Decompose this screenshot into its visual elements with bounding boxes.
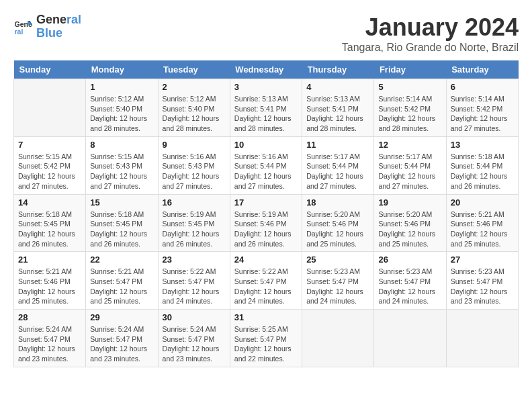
day-number: 2 (163, 82, 226, 92)
day-number: 17 (234, 197, 298, 208)
day-info: Sunrise: 5:16 AM Sunset: 5:43 PM Dayligh… (163, 152, 226, 191)
calendar-week-row: 1Sunrise: 5:12 AM Sunset: 5:40 PM Daylig… (14, 79, 519, 137)
day-info: Sunrise: 5:21 AM Sunset: 5:47 PM Dayligh… (90, 267, 153, 306)
svg-text:ral: ral (15, 27, 24, 35)
day-info: Sunrise: 5:23 AM Sunset: 5:47 PM Dayligh… (306, 267, 369, 306)
calendar-cell: 11Sunrise: 5:17 AM Sunset: 5:44 PM Dayli… (302, 136, 374, 194)
day-info: Sunrise: 5:20 AM Sunset: 5:46 PM Dayligh… (378, 210, 441, 249)
calendar-table: SundayMondayTuesdayWednesdayThursdayFrid… (13, 60, 519, 367)
calendar-cell: 20Sunrise: 5:21 AM Sunset: 5:46 PM Dayli… (446, 194, 518, 252)
calendar-cell: 27Sunrise: 5:23 AM Sunset: 5:47 PM Dayli… (446, 252, 518, 310)
day-info: Sunrise: 5:23 AM Sunset: 5:47 PM Dayligh… (451, 267, 514, 306)
day-number: 3 (234, 82, 298, 92)
calendar-cell: 8Sunrise: 5:15 AM Sunset: 5:43 PM Daylig… (86, 136, 158, 194)
day-info: Sunrise: 5:19 AM Sunset: 5:46 PM Dayligh… (234, 210, 298, 249)
day-info: Sunrise: 5:25 AM Sunset: 5:47 PM Dayligh… (234, 324, 298, 364)
calendar-cell: 3Sunrise: 5:13 AM Sunset: 5:41 PM Daylig… (230, 79, 302, 137)
day-info: Sunrise: 5:21 AM Sunset: 5:46 PM Dayligh… (18, 267, 81, 306)
day-number: 21 (18, 255, 81, 265)
calendar-week-row: 14Sunrise: 5:18 AM Sunset: 5:45 PM Dayli… (14, 194, 519, 252)
day-number: 25 (306, 255, 369, 265)
calendar-cell (374, 310, 446, 367)
calendar-cell: 26Sunrise: 5:23 AM Sunset: 5:47 PM Dayli… (374, 252, 446, 310)
calendar-cell: 15Sunrise: 5:18 AM Sunset: 5:45 PM Dayli… (86, 194, 158, 252)
calendar-cell (302, 310, 374, 367)
day-info: Sunrise: 5:16 AM Sunset: 5:44 PM Dayligh… (234, 152, 298, 191)
header-day: Wednesday (230, 60, 302, 79)
month-title: January 2024 (342, 13, 519, 42)
day-info: Sunrise: 5:17 AM Sunset: 5:44 PM Dayligh… (306, 152, 369, 191)
day-number: 18 (306, 197, 369, 208)
day-info: Sunrise: 5:18 AM Sunset: 5:45 PM Dayligh… (18, 210, 81, 249)
day-number: 22 (90, 255, 153, 265)
day-number: 16 (163, 197, 226, 208)
calendar-cell: 14Sunrise: 5:18 AM Sunset: 5:45 PM Dayli… (14, 194, 86, 252)
day-info: Sunrise: 5:18 AM Sunset: 5:45 PM Dayligh… (90, 210, 153, 249)
calendar-cell (14, 79, 86, 137)
calendar-cell: 29Sunrise: 5:24 AM Sunset: 5:47 PM Dayli… (86, 310, 158, 367)
header-day: Tuesday (158, 60, 230, 79)
header-row: SundayMondayTuesdayWednesdayThursdayFrid… (14, 60, 519, 79)
day-number: 23 (163, 255, 226, 265)
calendar-cell: 30Sunrise: 5:24 AM Sunset: 5:47 PM Dayli… (158, 310, 230, 367)
calendar-cell: 19Sunrise: 5:20 AM Sunset: 5:46 PM Dayli… (374, 194, 446, 252)
calendar-cell: 2Sunrise: 5:12 AM Sunset: 5:40 PM Daylig… (158, 79, 230, 137)
calendar-cell: 5Sunrise: 5:14 AM Sunset: 5:42 PM Daylig… (374, 79, 446, 137)
calendar-cell: 10Sunrise: 5:16 AM Sunset: 5:44 PM Dayli… (230, 136, 302, 194)
calendar-cell: 17Sunrise: 5:19 AM Sunset: 5:46 PM Dayli… (230, 194, 302, 252)
logo-icon: Gene ral (13, 17, 34, 37)
day-info: Sunrise: 5:22 AM Sunset: 5:47 PM Dayligh… (234, 267, 298, 306)
day-number: 1 (90, 82, 153, 92)
day-info: Sunrise: 5:18 AM Sunset: 5:44 PM Dayligh… (451, 152, 514, 191)
calendar-cell: 21Sunrise: 5:21 AM Sunset: 5:46 PM Dayli… (14, 252, 86, 310)
day-number: 12 (378, 140, 441, 150)
day-info: Sunrise: 5:24 AM Sunset: 5:47 PM Dayligh… (18, 324, 81, 364)
day-info: Sunrise: 5:22 AM Sunset: 5:47 PM Dayligh… (163, 267, 226, 306)
calendar-cell: 23Sunrise: 5:22 AM Sunset: 5:47 PM Dayli… (158, 252, 230, 310)
day-info: Sunrise: 5:13 AM Sunset: 5:41 PM Dayligh… (306, 94, 369, 134)
calendar-cell: 22Sunrise: 5:21 AM Sunset: 5:47 PM Dayli… (86, 252, 158, 310)
calendar-header: SundayMondayTuesdayWednesdayThursdayFrid… (14, 60, 519, 79)
day-info: Sunrise: 5:23 AM Sunset: 5:47 PM Dayligh… (378, 267, 441, 306)
logo-text: GeneralBlue (36, 13, 81, 40)
logo: Gene ral GeneralBlue (13, 13, 81, 40)
calendar-cell: 18Sunrise: 5:20 AM Sunset: 5:46 PM Dayli… (302, 194, 374, 252)
day-number: 28 (18, 312, 81, 322)
day-number: 8 (90, 140, 153, 150)
day-number: 4 (306, 82, 369, 92)
subtitle: Tangara, Rio Grande do Norte, Brazil (342, 42, 519, 54)
day-info: Sunrise: 5:21 AM Sunset: 5:46 PM Dayligh… (451, 210, 514, 249)
calendar-cell: 25Sunrise: 5:23 AM Sunset: 5:47 PM Dayli… (302, 252, 374, 310)
title-block: January 2024 Tangara, Rio Grande do Nort… (342, 13, 519, 54)
day-info: Sunrise: 5:20 AM Sunset: 5:46 PM Dayligh… (306, 210, 369, 249)
header-day: Thursday (302, 60, 374, 79)
day-number: 5 (378, 82, 441, 92)
day-info: Sunrise: 5:12 AM Sunset: 5:40 PM Dayligh… (163, 94, 226, 134)
calendar-cell: 6Sunrise: 5:14 AM Sunset: 5:42 PM Daylig… (446, 79, 518, 137)
header-day: Saturday (446, 60, 518, 79)
calendar-cell: 16Sunrise: 5:19 AM Sunset: 5:45 PM Dayli… (158, 194, 230, 252)
calendar-cell: 12Sunrise: 5:17 AM Sunset: 5:44 PM Dayli… (374, 136, 446, 194)
calendar-cell: 24Sunrise: 5:22 AM Sunset: 5:47 PM Dayli… (230, 252, 302, 310)
header-day: Monday (86, 60, 158, 79)
calendar-cell (446, 310, 518, 367)
calendar-week-row: 7Sunrise: 5:15 AM Sunset: 5:42 PM Daylig… (14, 136, 519, 194)
day-number: 20 (451, 197, 514, 208)
day-info: Sunrise: 5:13 AM Sunset: 5:41 PM Dayligh… (234, 94, 298, 134)
calendar-cell: 31Sunrise: 5:25 AM Sunset: 5:47 PM Dayli… (230, 310, 302, 367)
day-info: Sunrise: 5:15 AM Sunset: 5:42 PM Dayligh… (18, 152, 81, 191)
calendar-body: 1Sunrise: 5:12 AM Sunset: 5:40 PM Daylig… (14, 79, 519, 367)
day-info: Sunrise: 5:14 AM Sunset: 5:42 PM Dayligh… (378, 94, 441, 134)
calendar-week-row: 28Sunrise: 5:24 AM Sunset: 5:47 PM Dayli… (14, 310, 519, 367)
day-number: 9 (163, 140, 226, 150)
day-number: 7 (18, 140, 81, 150)
day-number: 13 (451, 140, 514, 150)
day-number: 10 (234, 140, 298, 150)
day-number: 26 (378, 255, 441, 265)
calendar-cell: 13Sunrise: 5:18 AM Sunset: 5:44 PM Dayli… (446, 136, 518, 194)
day-number: 24 (234, 255, 298, 265)
header-day: Friday (374, 60, 446, 79)
day-info: Sunrise: 5:12 AM Sunset: 5:40 PM Dayligh… (90, 94, 153, 134)
day-info: Sunrise: 5:17 AM Sunset: 5:44 PM Dayligh… (378, 152, 441, 191)
calendar-cell: 9Sunrise: 5:16 AM Sunset: 5:43 PM Daylig… (158, 136, 230, 194)
